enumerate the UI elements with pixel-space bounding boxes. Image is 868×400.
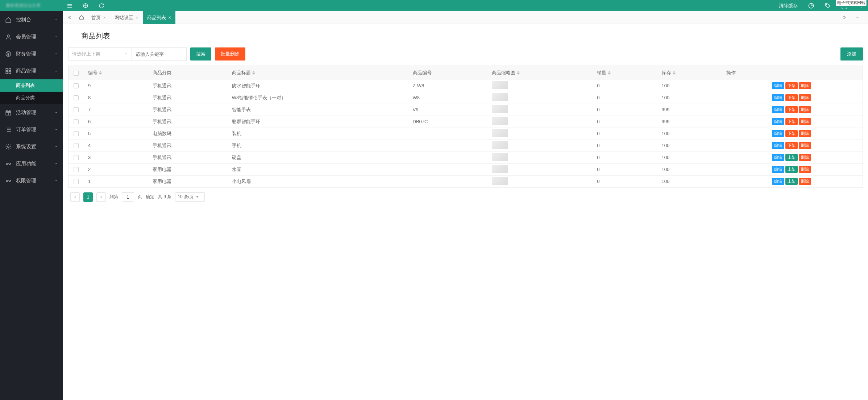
row-checkbox[interactable] bbox=[74, 83, 79, 88]
sidebar-item-0[interactable]: 控制台 bbox=[0, 11, 63, 28]
row-checkbox[interactable] bbox=[74, 179, 79, 184]
th-label: 编号 bbox=[88, 70, 97, 75]
shelf-button[interactable]: 上架 bbox=[785, 154, 798, 161]
row-checkbox[interactable] bbox=[74, 107, 79, 112]
cell-id: 7 bbox=[84, 104, 148, 116]
tabs-prev-icon[interactable] bbox=[67, 15, 72, 20]
pager-goto-input[interactable] bbox=[122, 192, 134, 202]
cell-category: 手机通讯 bbox=[148, 116, 227, 128]
svg-rect-10 bbox=[6, 71, 8, 73]
edit-button[interactable]: 编辑 bbox=[772, 118, 784, 125]
sidebar-sub-3-0[interactable]: 商品列表 bbox=[0, 79, 63, 92]
th-6[interactable]: 销量 bbox=[593, 66, 657, 80]
sidebar-item-4[interactable]: 活动管理 bbox=[0, 104, 63, 121]
shelf-button[interactable]: 下架 bbox=[785, 94, 798, 101]
table-row: 4手机通讯手机0100编辑下架删除 bbox=[68, 139, 863, 151]
chevron-down-icon bbox=[54, 69, 58, 73]
edit-button[interactable]: 编辑 bbox=[772, 130, 784, 137]
tabs-next-icon[interactable] bbox=[842, 15, 847, 20]
delete-button[interactable]: 删除 bbox=[799, 106, 811, 113]
row-checkbox[interactable] bbox=[74, 131, 79, 136]
th-3[interactable]: 商品标题 bbox=[228, 66, 408, 80]
sort-icon bbox=[99, 71, 102, 75]
batch-delete-button[interactable]: 批量删除 bbox=[215, 47, 245, 61]
cell-thumb bbox=[487, 175, 593, 187]
tab-home[interactable] bbox=[76, 11, 87, 24]
svg-rect-9 bbox=[9, 68, 11, 70]
cell-id: 2 bbox=[84, 163, 148, 175]
add-button[interactable]: 添加 bbox=[840, 47, 863, 61]
close-icon[interactable]: ✕ bbox=[136, 11, 138, 24]
edit-button[interactable]: 编辑 bbox=[772, 82, 784, 89]
edit-button[interactable]: 编辑 bbox=[772, 178, 784, 185]
delete-button[interactable]: 删除 bbox=[799, 166, 811, 173]
cell-stock: 100 bbox=[657, 128, 722, 139]
row-checkbox[interactable] bbox=[74, 119, 79, 124]
delete-button[interactable]: 删除 bbox=[799, 154, 811, 161]
cell-actions: 编辑上架删除 bbox=[722, 151, 863, 163]
cell-sales: 0 bbox=[593, 151, 657, 163]
tag-icon[interactable] bbox=[825, 3, 831, 9]
tab-1[interactable]: 网站设置✕ bbox=[110, 11, 143, 24]
row-checkbox[interactable] bbox=[74, 143, 79, 148]
shelf-button[interactable]: 下架 bbox=[785, 118, 798, 125]
sidebar-item-6[interactable]: 系统设置 bbox=[0, 138, 63, 155]
edit-button[interactable]: 编辑 bbox=[772, 142, 784, 149]
tabs-menu-icon[interactable] bbox=[855, 15, 860, 20]
edit-button[interactable]: 编辑 bbox=[772, 94, 784, 101]
edit-button[interactable]: 编辑 bbox=[772, 106, 784, 113]
sidebar-item-8[interactable]: 权限管理 bbox=[0, 172, 63, 189]
sidebar-item-3[interactable]: 商品管理 bbox=[0, 62, 63, 79]
shelf-button[interactable]: 下架 bbox=[785, 130, 798, 137]
delete-button[interactable]: 删除 bbox=[799, 130, 811, 137]
menu-toggle-icon[interactable] bbox=[67, 3, 72, 9]
clear-cache-link[interactable]: 清除缓存 bbox=[779, 3, 798, 9]
shelf-button[interactable]: 下架 bbox=[785, 142, 798, 149]
pager-page-1[interactable]: 1 bbox=[83, 192, 93, 202]
delete-button[interactable]: 删除 bbox=[799, 142, 811, 149]
pager-next[interactable] bbox=[96, 192, 106, 202]
delete-button[interactable]: 删除 bbox=[799, 118, 811, 125]
pagination: 1 到第 页 确定 共 9 条 10 条/页 bbox=[68, 188, 863, 206]
th-7[interactable]: 库存 bbox=[657, 66, 722, 80]
sidebar-sub-3-1[interactable]: 商品分类 bbox=[0, 92, 63, 104]
row-checkbox[interactable] bbox=[74, 155, 79, 160]
pager-confirm[interactable]: 确定 bbox=[146, 194, 154, 200]
sidebar-item-1[interactable]: 会员管理 bbox=[0, 28, 63, 45]
sidebar-item-7[interactable]: 应用功能 bbox=[0, 155, 63, 172]
close-icon[interactable]: ✕ bbox=[103, 11, 106, 24]
delete-button[interactable]: 删除 bbox=[799, 178, 811, 185]
close-icon[interactable]: ✕ bbox=[168, 11, 171, 24]
cell-category: 家用电器 bbox=[148, 163, 227, 175]
delete-button[interactable]: 删除 bbox=[799, 82, 811, 89]
sidebar-item-5[interactable]: 订单管理 bbox=[0, 121, 63, 138]
search-button[interactable]: 搜索 bbox=[190, 47, 211, 61]
svg-rect-11 bbox=[9, 71, 11, 73]
gift-icon bbox=[5, 109, 12, 116]
dashboard-icon[interactable] bbox=[808, 3, 814, 9]
tab-2[interactable]: 商品列表✕ bbox=[143, 11, 175, 24]
globe-icon[interactable] bbox=[83, 3, 88, 9]
edit-button[interactable]: 编辑 bbox=[772, 154, 784, 161]
edit-button[interactable]: 编辑 bbox=[772, 166, 784, 173]
shelf-button[interactable]: 上架 bbox=[785, 166, 798, 173]
sidebar-item-2[interactable]: 财务管理 bbox=[0, 45, 63, 62]
th-1[interactable]: 编号 bbox=[84, 66, 148, 80]
tab-0[interactable]: 首页✕ bbox=[87, 11, 110, 24]
shelf-button[interactable]: 下架 bbox=[785, 82, 798, 89]
row-checkbox[interactable] bbox=[74, 95, 79, 100]
shelf-button[interactable]: 上架 bbox=[785, 178, 798, 185]
shelf-button[interactable]: 下架 bbox=[785, 106, 798, 113]
th-5[interactable]: 商品缩略图 bbox=[487, 66, 593, 80]
delete-button[interactable]: 删除 bbox=[799, 94, 811, 101]
refresh-icon[interactable] bbox=[99, 3, 104, 9]
cell-thumb bbox=[487, 128, 593, 139]
pager-prev[interactable] bbox=[70, 192, 80, 202]
svg-point-5 bbox=[861, 7, 861, 8]
select-all-checkbox[interactable] bbox=[74, 71, 79, 76]
keyword-input[interactable] bbox=[132, 47, 187, 61]
shelf-select[interactable]: 请选择上下架 bbox=[68, 47, 132, 61]
cell-sales: 0 bbox=[593, 92, 657, 104]
pager-size-select[interactable]: 10 条/页 bbox=[175, 192, 205, 202]
row-checkbox[interactable] bbox=[74, 167, 79, 172]
